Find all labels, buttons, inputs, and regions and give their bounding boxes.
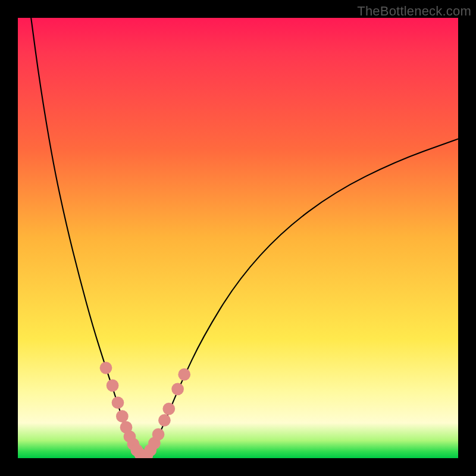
curve-right-branch xyxy=(146,139,458,457)
marker-dot xyxy=(116,410,129,422)
plot-area xyxy=(18,18,458,458)
marker-dot xyxy=(112,396,124,409)
curve-group xyxy=(31,18,458,458)
marker-dot xyxy=(162,403,175,415)
marker-dot xyxy=(171,383,184,395)
marker-group xyxy=(100,362,190,458)
marker-dot xyxy=(107,380,119,392)
marker-dot xyxy=(100,362,112,374)
marker-dot xyxy=(178,368,190,381)
watermark-text: TheBottleneck.com xyxy=(357,4,471,19)
marker-dot xyxy=(158,414,171,427)
marker-dot xyxy=(152,428,165,441)
chart-svg xyxy=(18,18,458,458)
chart-frame: TheBottleneck.com xyxy=(0,0,476,476)
curve-left-branch xyxy=(31,18,141,456)
